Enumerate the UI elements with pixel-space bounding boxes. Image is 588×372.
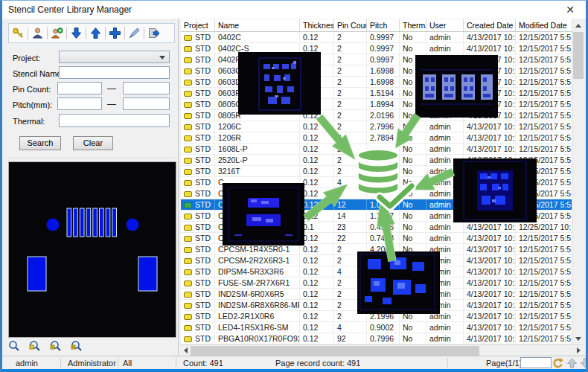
stencil-thumbnail-overlay-2 bbox=[415, 55, 498, 118]
vertical-scrollbar-thumb[interactable] bbox=[573, 32, 584, 79]
column-header-name[interactable]: Name bbox=[215, 19, 300, 31]
cell-name: DIPSM4-5R3X3R6 bbox=[215, 266, 300, 277]
table-row[interactable]: STD 0402C 0.12 2 0.9997 No admin 4/13/20… bbox=[181, 32, 572, 43]
status-separator bbox=[118, 358, 118, 368]
checkmark-icon bbox=[374, 182, 416, 211]
column-header-modified-date[interactable]: Modified Date bbox=[516, 19, 571, 31]
project-select[interactable] bbox=[59, 51, 170, 63]
stencil-name-input[interactable] bbox=[59, 66, 170, 79]
cell-thickness: 0.12 bbox=[300, 233, 334, 243]
page-number-input[interactable] bbox=[520, 357, 552, 368]
add-user-icon[interactable] bbox=[48, 25, 66, 42]
cell-name: 2520L-P bbox=[215, 155, 300, 165]
pitch-min-input[interactable] bbox=[57, 97, 102, 110]
clear-button[interactable]: Clear bbox=[73, 136, 113, 150]
pin-count-min-input[interactable] bbox=[57, 82, 102, 94]
pin-count-max-input[interactable] bbox=[123, 82, 170, 94]
cell-thermal: No bbox=[400, 322, 426, 333]
column-header-project[interactable]: Project bbox=[181, 19, 215, 31]
page-down-icon[interactable] bbox=[580, 357, 588, 369]
cell-name: 1608L-P bbox=[215, 144, 300, 154]
horizontal-scrollbar[interactable] bbox=[181, 344, 584, 356]
thermal-input[interactable] bbox=[59, 114, 170, 127]
horizontal-scrollbar-thumb[interactable] bbox=[191, 346, 479, 356]
cell-created-date: 4/13/2017 10:2... bbox=[464, 266, 516, 277]
cell-modified-date: 12/15/2017 5:5 bbox=[516, 255, 571, 266]
cell-project: STD bbox=[195, 200, 211, 209]
cell-modified-date: 12/15/2017 5:5 bbox=[516, 99, 571, 109]
cell-project: STD bbox=[195, 77, 211, 86]
scroll-left-icon[interactable] bbox=[181, 344, 191, 356]
column-header-pitch[interactable]: Pitch bbox=[367, 19, 400, 31]
cell-created-date: 4/13/2017 10:2... bbox=[464, 233, 516, 243]
close-icon[interactable]: ✕ bbox=[563, 3, 577, 16]
edit-pen-icon[interactable] bbox=[125, 25, 144, 42]
cell-project: STD bbox=[195, 323, 211, 332]
thermal-label: Thermal: bbox=[13, 117, 45, 126]
table-row[interactable]: STD 1206C 0.12 2 2.7996 No admin 4/13/20… bbox=[181, 121, 572, 132]
export-up-icon[interactable] bbox=[86, 25, 105, 42]
project-type-icon bbox=[184, 35, 192, 41]
project-type-icon bbox=[184, 169, 192, 175]
scroll-right-icon[interactable] bbox=[574, 344, 584, 356]
cell-project: STD bbox=[195, 144, 211, 153]
column-header-thermal[interactable]: Thermal bbox=[400, 19, 426, 31]
user-icon[interactable] bbox=[28, 25, 47, 42]
column-header-created-date[interactable]: Created Date bbox=[464, 19, 516, 31]
cell-modified-date: 12/15/2017 5:5 bbox=[516, 300, 571, 310]
cell-project: STD bbox=[195, 33, 211, 42]
cell-name: 0402C bbox=[215, 32, 300, 42]
cell-thermal: No bbox=[400, 211, 426, 221]
cell-modified-date: 12/15/2017 5:5 bbox=[516, 311, 571, 321]
go-to-page-icon[interactable] bbox=[552, 357, 563, 369]
cell-project: STD bbox=[195, 334, 211, 343]
vertical-scrollbar[interactable] bbox=[572, 19, 584, 344]
page-up-icon[interactable] bbox=[566, 357, 578, 369]
table-row[interactable]: STD LED4-1R5X1R6-SM 0.12 4 0.9002 No adm… bbox=[181, 322, 572, 333]
cell-modified-date: 12/15/2017 5:5 bbox=[516, 32, 571, 42]
chevron-down-icon bbox=[159, 56, 165, 60]
cell-modified-date: 12/15/2017 5:5 bbox=[516, 333, 571, 344]
status-page-record-count: Page record count: 491 bbox=[275, 359, 360, 368]
stencil-center-window: Stencil Center Library Manager ✕ bbox=[0, 0, 588, 372]
cell-user: admin bbox=[426, 333, 464, 344]
column-header-user[interactable]: User bbox=[426, 19, 464, 31]
cell-name: LED2-2R1X0R6 bbox=[215, 311, 300, 321]
cell-thickness: 0.12 bbox=[300, 166, 334, 176]
project-label: Project: bbox=[13, 54, 40, 62]
scroll-down-icon[interactable] bbox=[572, 333, 584, 344]
cell-thickness: 0.12 bbox=[300, 311, 334, 321]
table-row[interactable]: STD PBGA10R0X17R0FO92-0R80 0.12 92 0.799… bbox=[181, 333, 572, 344]
cell-pin-count: 2 bbox=[334, 77, 367, 87]
stencil-thumbnail-overlay-1 bbox=[238, 52, 321, 115]
cell-thickness: 0.12 bbox=[300, 32, 334, 42]
scroll-up-icon[interactable] bbox=[572, 19, 584, 31]
cell-name: 1206C bbox=[215, 121, 300, 132]
status-separator bbox=[176, 358, 176, 368]
cell-modified-date: 12/15/2017 5:5 bbox=[516, 110, 571, 121]
search-button[interactable]: Search bbox=[19, 136, 61, 150]
exit-icon[interactable] bbox=[144, 25, 163, 42]
cell-project: STD bbox=[195, 111, 211, 120]
add-icon[interactable] bbox=[106, 25, 124, 42]
cell-thickness: 0.1 bbox=[300, 222, 334, 232]
import-down-icon[interactable] bbox=[67, 25, 86, 42]
zoom-fit-icon[interactable] bbox=[71, 340, 83, 353]
cell-modified-date: 12/15/2017 5:5 bbox=[516, 233, 571, 243]
cell-thickness: 0.12 bbox=[300, 255, 334, 266]
zoom-out-icon[interactable] bbox=[50, 340, 63, 353]
zoom-in-icon[interactable] bbox=[29, 340, 42, 353]
cell-project: STD bbox=[195, 167, 211, 176]
cell-thickness: 0.12 bbox=[300, 244, 334, 254]
key-icon[interactable] bbox=[9, 25, 28, 42]
cell-pin-count: 23 bbox=[334, 222, 367, 232]
project-type-icon bbox=[184, 158, 192, 164]
table-row[interactable]: STD 1206R 0.12 2 2.7894 No admin 4/13/20… bbox=[181, 132, 572, 144]
pitch-max-input[interactable] bbox=[123, 97, 170, 110]
cell-created-date: 4/13/2017 10:2... bbox=[464, 132, 516, 143]
cell-name: 3216T bbox=[215, 166, 300, 176]
project-type-icon bbox=[184, 91, 192, 97]
column-header-thickness[interactable]: Thickness bbox=[300, 19, 334, 31]
zoom-icon[interactable] bbox=[8, 340, 21, 353]
column-header-pin-count[interactable]: Pin Count bbox=[334, 19, 367, 31]
